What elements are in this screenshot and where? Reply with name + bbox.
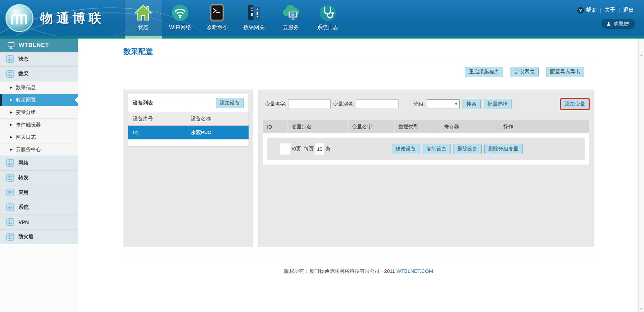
variables-panel: 变量名字: 变量别名: 分组: ▾ 搜索 批量选择 添加变量 ID	[258, 89, 594, 247]
scroll-up-arrow[interactable]: ▲	[639, 53, 644, 57]
about-link[interactable]: 关于	[604, 7, 615, 14]
config-import-export-button[interactable]: 配置导入导出	[546, 67, 584, 77]
sidebar-item-system[interactable]: 系统	[0, 200, 78, 215]
device-table: 设备序号 设备名称 01 永宏PLC	[128, 112, 249, 139]
sidebar-item-data-collection[interactable]: 数采	[0, 67, 78, 81]
sidebar-title: WTBLNET	[0, 39, 78, 52]
delete-group-variables-button[interactable]: 删除分组变量	[484, 144, 523, 154]
sidebar-item-label: 事件触发器	[16, 122, 41, 128]
caret-icon: ▶	[10, 135, 12, 139]
device-table-row[interactable]: 01 永宏PLC	[128, 126, 249, 140]
user-icon	[606, 21, 611, 26]
add-variable-button[interactable]: 添加变量	[561, 99, 589, 109]
sidebar-item-cloud-center[interactable]: ▶ 云服务中心	[0, 143, 78, 156]
nav-item-status[interactable]: 状态	[125, 0, 162, 36]
sidebar-item-application[interactable]: 应用	[0, 185, 78, 200]
logout-link[interactable]: 退出	[623, 7, 634, 14]
restart-collector-button[interactable]: 重启采集程序	[465, 67, 503, 77]
nav-label: WIFI网络	[169, 24, 191, 31]
add-device-button[interactable]: 添加设备	[216, 98, 244, 108]
sidebar-item-label: 系统	[18, 204, 29, 210]
variable-name-label: 变量名字:	[265, 101, 286, 107]
group-select[interactable]: ▾	[427, 99, 460, 109]
grid-icon	[6, 218, 14, 226]
header-links: ? 帮助 | 关于 | 退出	[577, 7, 634, 14]
modify-device-button[interactable]: 修改设备	[392, 144, 420, 154]
nav-label: 云服务	[283, 24, 299, 31]
unit-label: 条	[326, 146, 331, 152]
col-register: 寄存器	[440, 120, 499, 133]
vertical-scrollbar[interactable]: ▲ ▼	[638, 39, 644, 312]
nav-label: 数采网关	[243, 24, 265, 31]
welcome-text: 欢迎您!	[614, 21, 629, 27]
variables-table-header: ID 变量别名 变量名字 数据类型 寄存器 操作	[263, 120, 589, 133]
nav-item-data-gateway[interactable]: 数采网关	[235, 0, 272, 36]
batch-select-button[interactable]: 批量选择	[484, 99, 512, 109]
nav-item-cloud-service[interactable]: 云服务	[272, 0, 309, 36]
sidebar-item-label: 云服务中心	[16, 146, 41, 153]
filter-bar: 变量名字: 变量别名: 分组: ▾ 搜索 批量选择 添加变量	[263, 99, 589, 109]
col-datatype: 数据类型	[394, 120, 440, 133]
device-table-empty-row	[128, 139, 249, 146]
device-name-cell: 永宏PLC	[186, 126, 249, 140]
nav-label: 诊断命令	[206, 24, 228, 31]
device-no-header: 设备序号	[128, 112, 186, 126]
gateway-icon	[245, 3, 263, 22]
sidebar-item-data-config[interactable]: ▶ 数采配置	[0, 94, 78, 106]
nav-item-system-log[interactable]: 系统日志	[309, 0, 346, 36]
home-icon	[134, 3, 153, 22]
variable-name-input[interactable]	[288, 99, 331, 109]
wifi-icon	[171, 3, 190, 22]
grid-icon	[6, 203, 14, 211]
page-number-input[interactable]	[280, 143, 290, 154]
per-page-input[interactable]	[315, 143, 324, 154]
wtblnet-link[interactable]: WTBLNET.COM	[396, 268, 433, 274]
brand-logo: 物通博联	[5, 3, 105, 33]
caret-icon: ▶	[10, 123, 12, 126]
page-title: 数采配置	[123, 47, 594, 57]
sidebar-item-forwarding[interactable]: 转发	[0, 171, 78, 185]
per-page-label: 每页	[304, 146, 314, 152]
col-name: 变量名字	[347, 120, 394, 133]
divider	[123, 62, 594, 62]
copy-device-button[interactable]: 复制设备	[423, 144, 451, 154]
logo-mark-icon	[5, 3, 34, 33]
cloud-icon	[281, 3, 300, 22]
caret-icon: ▶	[10, 148, 12, 151]
page-count-text: /0页	[292, 146, 301, 152]
sidebar-item-label: 状态	[18, 56, 29, 62]
sidebar-item-label: VPN	[18, 219, 29, 225]
sidebar: WTBLNET 状态 数采 ▶ 数采信息 ▶ 数采配置 ▶ 变量分组 ▶ 事件触…	[0, 39, 78, 312]
sidebar-item-status[interactable]: 状态	[0, 52, 78, 67]
col-alias: 变量别名	[287, 120, 347, 133]
sidebar-item-label: 网络	[18, 160, 29, 166]
sidebar-item-variable-groups[interactable]: ▶ 变量分组	[0, 106, 78, 119]
sidebar-item-data-info[interactable]: ▶ 数采信息	[0, 81, 78, 94]
link-separator: |	[619, 8, 620, 13]
caret-icon: ▶	[10, 86, 12, 89]
define-gateway-button[interactable]: 定义网关	[511, 67, 539, 77]
top-nav: 状态 WIFI网络 诊断命令	[125, 0, 346, 36]
sidebar-item-gateway-log[interactable]: ▶ 网关日志	[0, 131, 78, 143]
main-area: 数采配置 重启采集程序 定义网关 配置导入导出 设备列表 添加设备 设备序号	[78, 39, 638, 312]
caret-icon: ▶	[10, 111, 12, 114]
grid-icon	[6, 174, 14, 182]
nav-item-diagnostic-command[interactable]: 诊断命令	[199, 0, 235, 36]
search-button[interactable]: 搜索	[463, 99, 481, 109]
grid-icon	[6, 233, 14, 241]
nav-item-wifi-network[interactable]: WIFI网络	[162, 0, 199, 36]
welcome-badge: 欢迎您!	[601, 19, 635, 29]
sidebar-item-label: 数采信息	[16, 84, 36, 91]
pagination-action-bar: /0页 每页 条 修改设备 复制设备 删除设备 删除分组变量	[267, 138, 585, 160]
variable-alias-input[interactable]	[356, 99, 398, 109]
sidebar-item-vpn[interactable]: VPN	[0, 215, 78, 230]
content-panels: 设备列表 添加设备 设备序号 设备名称 01 永宏PLC	[123, 89, 594, 247]
delete-device-button[interactable]: 删除设备	[453, 144, 482, 154]
help-link[interactable]: 帮助	[586, 7, 597, 14]
sidebar-item-event-trigger[interactable]: ▶ 事件触发器	[0, 119, 78, 131]
sidebar-item-firewall[interactable]: 防火墙	[0, 230, 78, 244]
scroll-down-arrow[interactable]: ▼	[639, 307, 644, 311]
sidebar-item-network[interactable]: 网络	[0, 156, 78, 171]
link-separator: |	[600, 8, 601, 13]
sidebar-item-label: 数采配置	[16, 97, 36, 103]
